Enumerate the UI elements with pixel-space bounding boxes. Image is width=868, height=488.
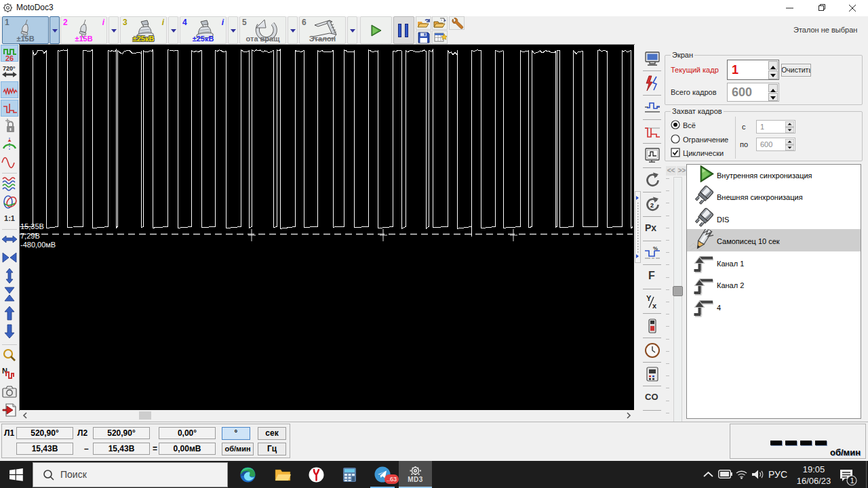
svg-text:7,29В: 7,29В (20, 232, 40, 240)
svg-text:1: 1 (850, 476, 854, 485)
svg-text:Y: Y (646, 294, 652, 302)
svg-text:x: x (652, 302, 657, 310)
svg-text:-480,00мВ: -480,00мВ (20, 241, 56, 249)
svg-text:26: 26 (5, 54, 14, 62)
svg-text:2: 2 (650, 202, 654, 209)
svg-text:15,35В: 15,35В (20, 222, 44, 230)
svg-text:720°: 720° (3, 65, 16, 72)
svg-text:%: % (653, 245, 658, 251)
